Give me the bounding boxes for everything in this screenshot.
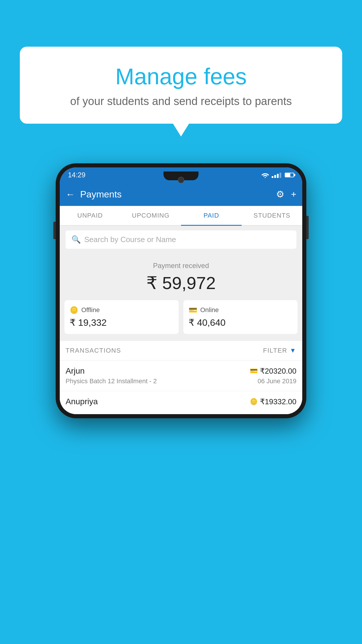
status-icons (261, 172, 294, 178)
filter-button[interactable]: FILTER ▼ (263, 347, 296, 354)
search-bar[interactable]: 🔍 Search by Course or Name (66, 230, 296, 249)
transaction-amount: ₹19332.00 (260, 397, 296, 406)
svg-point-0 (265, 177, 266, 178)
wifi-icon (261, 172, 269, 178)
filter-icon: ▼ (290, 347, 296, 354)
transaction-name: Arjun (66, 366, 85, 376)
phone-screen: 14:29 (60, 167, 302, 414)
battery-icon (285, 173, 294, 177)
phone-outer: 14:29 (56, 163, 306, 418)
table-row[interactable]: Arjun 💳 ₹20320.00 Physics Batch 12 Insta… (60, 360, 302, 391)
tab-paid[interactable]: PAID (181, 206, 242, 225)
signal-icon (272, 172, 281, 178)
app-bar-title: Payments (80, 189, 271, 200)
settings-button[interactable]: ⚙ (276, 189, 284, 200)
transaction-amount-wrap: 💳 ₹20320.00 (250, 367, 296, 376)
transactions-header: TRANSACTIONS FILTER ▼ (60, 341, 302, 360)
offline-label: Offline (81, 306, 100, 314)
camera (178, 177, 184, 183)
speech-bubble: Manage fees of your students and send re… (20, 47, 342, 124)
offline-amount: ₹ 19,332 (70, 317, 173, 328)
transaction-name: Anupriya (66, 397, 98, 406)
table-row[interactable]: Anupriya 🪙 ₹19332.00 (60, 391, 302, 414)
app-bar-actions: ⚙ + (276, 189, 296, 200)
transactions-label: TRANSACTIONS (66, 347, 121, 354)
app-bar: ← Payments ⚙ + (60, 183, 302, 206)
phone-notch (164, 172, 198, 180)
transaction-amount-wrap: 🪙 ₹19332.00 (250, 397, 296, 406)
phone-device: 14:29 (56, 163, 306, 418)
card-payment-icon: 💳 (250, 367, 258, 375)
tab-upcoming[interactable]: UPCOMING (120, 206, 181, 225)
status-time: 14:29 (68, 171, 85, 179)
payment-summary: Payment received ₹ 59,972 (60, 253, 302, 300)
transaction-amount: ₹20320.00 (260, 367, 296, 376)
payment-cards: 🪙 Offline ₹ 19,332 💳 Online ₹ 40,640 (60, 300, 302, 341)
search-input[interactable]: Search by Course or Name (84, 235, 176, 244)
online-amount: ₹ 40,640 (189, 317, 292, 328)
online-card: 💳 Online ₹ 40,640 (183, 300, 298, 334)
tab-students[interactable]: STUDENTS (242, 206, 302, 225)
transaction-date: 06 June 2019 (258, 377, 296, 385)
back-button[interactable]: ← (66, 189, 75, 200)
filter-label: FILTER (263, 347, 287, 354)
bubble-subtitle: of your students and send receipts to pa… (31, 95, 331, 108)
tabs: UNPAID UPCOMING PAID STUDENTS (60, 206, 302, 226)
bubble-title: Manage fees (31, 64, 331, 89)
online-label: Online (200, 306, 219, 314)
payment-received-label: Payment received (66, 262, 296, 270)
search-icon: 🔍 (71, 235, 81, 244)
offline-icon: 🪙 (70, 306, 78, 314)
payment-total-amount: ₹ 59,972 (66, 273, 296, 293)
online-icon: 💳 (189, 306, 197, 314)
add-button[interactable]: + (291, 189, 296, 200)
volume-button (53, 222, 56, 239)
power-button (306, 216, 309, 239)
search-bar-wrap: 🔍 Search by Course or Name (60, 226, 302, 253)
speech-bubble-wrapper: Manage fees of your students and send re… (20, 47, 342, 124)
tab-unpaid[interactable]: UNPAID (60, 206, 120, 225)
cash-payment-icon: 🪙 (250, 398, 258, 405)
offline-card: 🪙 Offline ₹ 19,332 (64, 300, 179, 334)
transaction-course: Physics Batch 12 Installment - 2 (66, 377, 157, 385)
